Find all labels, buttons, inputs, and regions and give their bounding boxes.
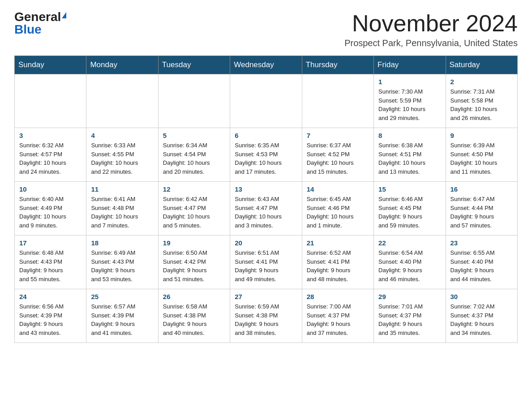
calendar-cell: 10Sunrise: 6:40 AMSunset: 4:49 PMDayligh… — [15, 182, 86, 235]
day-number: 22 — [378, 239, 441, 247]
calendar-cell — [230, 74, 302, 128]
day-number: 24 — [19, 293, 82, 300]
day-info: Sunrise: 6:50 AMSunset: 4:42 PMDaylight:… — [163, 248, 225, 283]
week-row-3: 10Sunrise: 6:40 AMSunset: 4:49 PMDayligh… — [15, 182, 518, 235]
weekday-header-row: SundayMondayTuesdayWednesdayThursdayFrid… — [15, 56, 518, 74]
calendar-cell: 7Sunrise: 6:37 AMSunset: 4:52 PMDaylight… — [302, 128, 373, 182]
title-area: November 2024 Prospect Park, Pennsylvani… — [344, 11, 518, 48]
day-info: Sunrise: 6:41 AMSunset: 4:48 PMDaylight:… — [91, 195, 153, 230]
day-info: Sunrise: 6:55 AMSunset: 4:40 PMDaylight:… — [450, 248, 513, 283]
calendar-cell — [302, 74, 373, 128]
day-number: 14 — [307, 185, 369, 193]
day-info: Sunrise: 7:30 AMSunset: 5:59 PMDaylight:… — [378, 87, 441, 122]
day-number: 16 — [450, 185, 513, 193]
calendar-cell: 4Sunrise: 6:33 AMSunset: 4:55 PMDaylight… — [86, 128, 158, 182]
calendar-table: SundayMondayTuesdayWednesdayThursdayFrid… — [14, 56, 518, 343]
logo-triangle-icon — [62, 12, 66, 18]
day-info: Sunrise: 7:31 AMSunset: 5:58 PMDaylight:… — [450, 87, 513, 122]
calendar-cell — [86, 74, 158, 128]
calendar-cell: 30Sunrise: 7:02 AMSunset: 4:37 PMDayligh… — [446, 289, 517, 343]
calendar-cell: 20Sunrise: 6:51 AMSunset: 4:41 PMDayligh… — [230, 235, 302, 289]
day-info: Sunrise: 6:59 AMSunset: 4:38 PMDaylight:… — [235, 302, 297, 337]
day-info: Sunrise: 6:58 AMSunset: 4:38 PMDaylight:… — [163, 302, 225, 337]
calendar-cell: 24Sunrise: 6:56 AMSunset: 4:39 PMDayligh… — [15, 289, 86, 343]
day-info: Sunrise: 6:34 AMSunset: 4:54 PMDaylight:… — [163, 141, 225, 176]
day-number: 1 — [378, 78, 441, 86]
weekday-header-tuesday: Tuesday — [158, 56, 230, 74]
day-info: Sunrise: 6:47 AMSunset: 4:44 PMDaylight:… — [450, 195, 513, 230]
calendar-cell: 18Sunrise: 6:49 AMSunset: 4:43 PMDayligh… — [86, 235, 158, 289]
day-number: 17 — [19, 239, 82, 247]
day-number: 19 — [163, 239, 225, 247]
day-info: Sunrise: 6:38 AMSunset: 4:51 PMDaylight:… — [378, 141, 441, 176]
calendar-cell: 22Sunrise: 6:54 AMSunset: 4:40 PMDayligh… — [374, 235, 446, 289]
day-info: Sunrise: 6:37 AMSunset: 4:52 PMDaylight:… — [307, 141, 369, 176]
calendar-cell: 6Sunrise: 6:35 AMSunset: 4:53 PMDaylight… — [230, 128, 302, 182]
calendar-cell: 27Sunrise: 6:59 AMSunset: 4:38 PMDayligh… — [230, 289, 302, 343]
day-info: Sunrise: 6:57 AMSunset: 4:39 PMDaylight:… — [91, 302, 153, 337]
day-info: Sunrise: 6:48 AMSunset: 4:43 PMDaylight:… — [19, 248, 82, 283]
day-number: 10 — [19, 185, 82, 193]
page-header: General Blue November 2024 Prospect Park… — [14, 11, 518, 48]
calendar-cell: 5Sunrise: 6:34 AMSunset: 4:54 PMDaylight… — [158, 128, 230, 182]
weekday-header-monday: Monday — [86, 56, 158, 74]
day-number: 13 — [235, 185, 297, 193]
day-number: 3 — [19, 132, 82, 139]
week-row-1: 1Sunrise: 7:30 AMSunset: 5:59 PMDaylight… — [15, 74, 518, 128]
day-number: 30 — [450, 293, 513, 300]
day-info: Sunrise: 6:52 AMSunset: 4:41 PMDaylight:… — [307, 248, 369, 283]
day-number: 28 — [307, 293, 369, 300]
calendar-cell: 15Sunrise: 6:46 AMSunset: 4:45 PMDayligh… — [374, 182, 446, 235]
day-number: 29 — [378, 293, 441, 300]
calendar-cell: 1Sunrise: 7:30 AMSunset: 5:59 PMDaylight… — [374, 74, 446, 128]
location-title: Prospect Park, Pennsylvania, United Stat… — [344, 38, 518, 48]
month-title: November 2024 — [344, 11, 518, 36]
calendar-cell: 12Sunrise: 6:42 AMSunset: 4:47 PMDayligh… — [158, 182, 230, 235]
weekday-header-saturday: Saturday — [446, 56, 517, 74]
week-row-5: 24Sunrise: 6:56 AMSunset: 4:39 PMDayligh… — [15, 289, 518, 343]
calendar-cell: 8Sunrise: 6:38 AMSunset: 4:51 PMDaylight… — [374, 128, 446, 182]
calendar-cell: 13Sunrise: 6:43 AMSunset: 4:47 PMDayligh… — [230, 182, 302, 235]
day-number: 8 — [378, 132, 441, 139]
calendar-cell: 16Sunrise: 6:47 AMSunset: 4:44 PMDayligh… — [446, 182, 517, 235]
day-number: 23 — [450, 239, 513, 247]
calendar-cell: 26Sunrise: 6:58 AMSunset: 4:38 PMDayligh… — [158, 289, 230, 343]
day-info: Sunrise: 6:43 AMSunset: 4:47 PMDaylight:… — [235, 195, 297, 230]
day-number: 18 — [91, 239, 153, 247]
weekday-header-wednesday: Wednesday — [230, 56, 302, 74]
day-info: Sunrise: 7:00 AMSunset: 4:37 PMDaylight:… — [307, 302, 369, 337]
calendar-cell: 21Sunrise: 6:52 AMSunset: 4:41 PMDayligh… — [302, 235, 373, 289]
calendar-cell: 17Sunrise: 6:48 AMSunset: 4:43 PMDayligh… — [15, 235, 86, 289]
calendar-cell: 25Sunrise: 6:57 AMSunset: 4:39 PMDayligh… — [86, 289, 158, 343]
day-info: Sunrise: 6:46 AMSunset: 4:45 PMDaylight:… — [378, 195, 441, 230]
calendar-cell: 19Sunrise: 6:50 AMSunset: 4:42 PMDayligh… — [158, 235, 230, 289]
day-number: 9 — [450, 132, 513, 139]
day-info: Sunrise: 6:39 AMSunset: 4:50 PMDaylight:… — [450, 141, 513, 176]
day-info: Sunrise: 6:45 AMSunset: 4:46 PMDaylight:… — [307, 195, 369, 230]
day-number: 2 — [450, 78, 513, 86]
calendar-cell: 2Sunrise: 7:31 AMSunset: 5:58 PMDaylight… — [446, 74, 517, 128]
day-info: Sunrise: 7:01 AMSunset: 4:37 PMDaylight:… — [378, 302, 441, 337]
day-number: 5 — [163, 132, 225, 139]
day-number: 21 — [307, 239, 369, 247]
day-info: Sunrise: 6:56 AMSunset: 4:39 PMDaylight:… — [19, 302, 82, 337]
weekday-header-sunday: Sunday — [15, 56, 86, 74]
day-number: 26 — [163, 293, 225, 300]
day-number: 27 — [235, 293, 297, 300]
day-info: Sunrise: 6:42 AMSunset: 4:47 PMDaylight:… — [163, 195, 225, 230]
day-number: 11 — [91, 185, 153, 193]
calendar-cell: 9Sunrise: 6:39 AMSunset: 4:50 PMDaylight… — [446, 128, 517, 182]
calendar-cell: 29Sunrise: 7:01 AMSunset: 4:37 PMDayligh… — [374, 289, 446, 343]
day-info: Sunrise: 6:51 AMSunset: 4:41 PMDaylight:… — [235, 248, 297, 283]
day-number: 6 — [235, 132, 297, 139]
day-info: Sunrise: 6:33 AMSunset: 4:55 PMDaylight:… — [91, 141, 153, 176]
calendar-cell: 11Sunrise: 6:41 AMSunset: 4:48 PMDayligh… — [86, 182, 158, 235]
logo-blue-text: Blue — [14, 23, 42, 36]
calendar-cell: 14Sunrise: 6:45 AMSunset: 4:46 PMDayligh… — [302, 182, 373, 235]
day-info: Sunrise: 6:35 AMSunset: 4:53 PMDaylight:… — [235, 141, 297, 176]
calendar-cell — [15, 74, 86, 128]
day-number: 15 — [378, 185, 441, 193]
day-number: 7 — [307, 132, 369, 139]
day-number: 20 — [235, 239, 297, 247]
week-row-2: 3Sunrise: 6:32 AMSunset: 4:57 PMDaylight… — [15, 128, 518, 182]
